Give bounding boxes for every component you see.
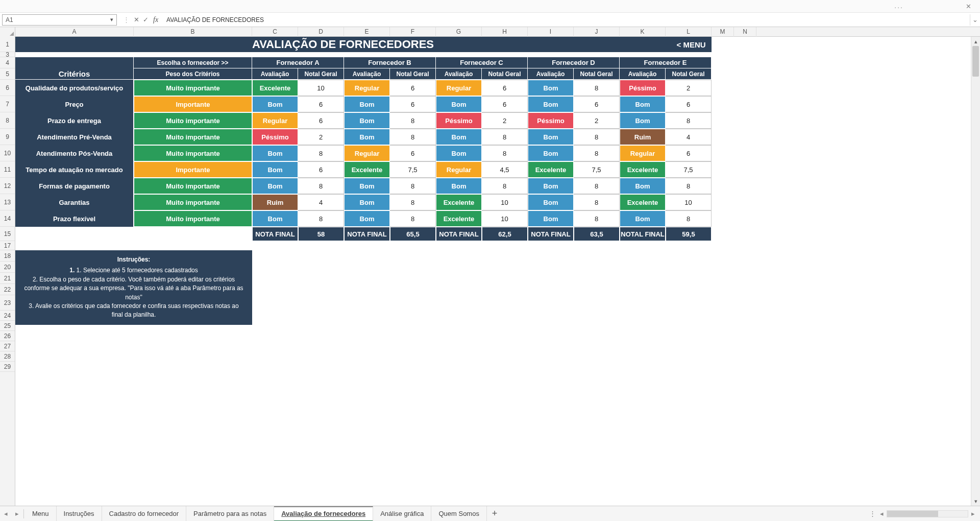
rating-cell[interactable]: Bom [252,178,298,194]
score-cell[interactable]: 2 [298,129,344,145]
score-cell[interactable]: 4 [666,129,712,145]
score-cell[interactable]: 8 [390,178,436,194]
score-cell[interactable]: 7,5 [666,161,712,178]
score-cell[interactable]: 8 [298,145,344,161]
menu-button[interactable]: < MENU [671,37,712,52]
rating-cell[interactable]: Bom [344,129,390,145]
score-cell[interactable]: 8 [298,210,344,227]
score-cell[interactable]: 8 [574,145,620,161]
hscroll-left-icon[interactable]: ◂ [880,510,884,517]
rating-cell[interactable]: Excelente [252,80,298,96]
rating-cell[interactable]: Excelente [620,194,666,210]
row-header[interactable]: 17 [0,241,15,250]
fx-icon[interactable]: fx [153,16,158,24]
score-cell[interactable]: 10 [482,210,528,227]
col-header[interactable]: E [344,27,390,37]
chevron-down-icon[interactable]: ▾ [110,16,113,23]
rating-cell[interactable]: Bom [528,210,574,227]
score-cell[interactable]: 6 [482,96,528,112]
row-header[interactable]: 13 [0,194,15,210]
score-cell[interactable]: 7,5 [390,161,436,178]
tab-options-icon[interactable]: ⋮ [869,510,877,517]
row-header[interactable]: 8 [0,112,15,129]
name-box[interactable]: A1 ▾ [2,14,117,26]
criterion-weight[interactable]: Muito importante [134,178,252,194]
score-cell[interactable]: 8 [666,112,712,129]
cells-area[interactable]: AVALIAÇÃO DE FORNECEDORES < MENU Escolha… [15,37,971,506]
score-cell[interactable]: 8 [574,80,620,96]
row-header[interactable]: 29 [0,362,15,372]
row-header[interactable]: 9 [0,129,15,145]
row-header[interactable]: 4 [0,57,15,68]
score-cell[interactable]: 7,5 [574,161,620,178]
col-header[interactable]: B [134,27,252,37]
rating-cell[interactable]: Bom [252,161,298,178]
score-cell[interactable]: 8 [390,112,436,129]
rating-cell[interactable]: Bom [344,112,390,129]
sheet-tab[interactable]: Menu [25,506,57,522]
sheet-tab[interactable]: Avaliação de fornecedores [274,506,373,522]
vertical-scrollbar[interactable]: ▴ ▾ [971,37,980,506]
rating-cell[interactable]: Bom [252,145,298,161]
col-header[interactable]: H [482,27,528,37]
score-cell[interactable]: 8 [482,145,528,161]
row-header[interactable]: 1 [0,37,15,52]
rating-cell[interactable]: Regular [252,112,298,129]
empty-cell[interactable] [15,356,712,366]
row-header[interactable]: 18 [0,250,15,262]
score-cell[interactable]: 6 [390,80,436,96]
rating-cell[interactable]: Excelente [344,161,390,178]
rating-cell[interactable]: Bom [344,178,390,194]
row-header[interactable]: 27 [0,341,15,351]
hscroll-thumb[interactable] [887,511,938,517]
empty-cell[interactable] [15,376,712,386]
confirm-formula-button[interactable]: ✓ [141,16,150,23]
col-header[interactable]: M [712,27,734,37]
row-header[interactable]: 24 [0,311,15,321]
row-header[interactable]: 5 [0,68,15,80]
score-cell[interactable]: 6 [298,96,344,112]
rating-cell[interactable]: Bom [620,210,666,227]
criterion-weight[interactable]: Muito importante [134,129,252,145]
formula-options-icon[interactable]: ⋮ [123,16,130,23]
score-cell[interactable]: 8 [666,210,712,227]
score-cell[interactable]: 8 [666,178,712,194]
tab-nav-next[interactable]: ▸ [11,510,22,517]
score-cell[interactable]: 6 [482,80,528,96]
hscroll-right-icon[interactable]: ▸ [971,510,975,517]
horizontal-scrollbar[interactable] [887,510,968,517]
rating-cell[interactable]: Bom [436,178,482,194]
criterion-weight[interactable]: Muito importante [134,210,252,227]
select-all-corner[interactable] [0,27,15,37]
window-close-button[interactable]: ✕ [957,0,980,13]
rating-cell[interactable]: Péssimo [436,112,482,129]
row-header[interactable]: 26 [0,331,15,341]
rating-cell[interactable]: Excelente [528,161,574,178]
score-cell[interactable]: 10 [298,80,344,96]
scroll-up-icon[interactable]: ▴ [971,37,980,46]
score-cell[interactable]: 2 [666,80,712,96]
empty-cell[interactable] [15,325,712,335]
rating-cell[interactable]: Bom [436,145,482,161]
row-header[interactable]: 25 [0,321,15,331]
rating-cell[interactable]: Bom [528,194,574,210]
rating-cell[interactable]: Ruim [620,129,666,145]
row-header[interactable]: 3 [0,52,15,57]
empty-cell[interactable] [15,345,712,356]
rating-cell[interactable]: Péssimo [620,80,666,96]
score-cell[interactable]: 8 [390,210,436,227]
row-header[interactable]: 21 [0,273,15,284]
rating-cell[interactable]: Bom [620,112,666,129]
rating-cell[interactable]: Bom [344,194,390,210]
score-cell[interactable]: 8 [298,178,344,194]
col-header[interactable]: C [252,27,298,37]
rating-cell[interactable]: Excelente [436,194,482,210]
score-cell[interactable]: 8 [390,129,436,145]
col-header[interactable]: F [390,27,436,37]
criterion-weight[interactable]: Muito importante [134,80,252,96]
score-cell[interactable]: 8 [482,178,528,194]
rating-cell[interactable]: Péssimo [252,129,298,145]
criterion-weight[interactable]: Importante [134,161,252,178]
row-header[interactable]: 28 [0,351,15,362]
rating-cell[interactable]: Bom [528,145,574,161]
